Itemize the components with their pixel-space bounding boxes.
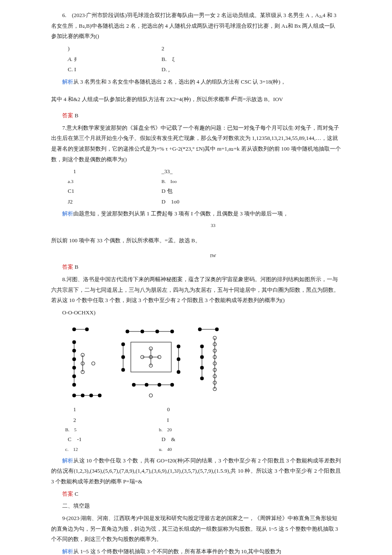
q8-answer: 答案 C [51, 489, 341, 500]
daan-label: 答案 [62, 112, 73, 119]
q7-frac-bot: IW [85, 251, 341, 260]
q7-jiexi2: 所以前 100 项中有 33 个偶数，所以所求概率。=孟。故选 B。 [51, 235, 341, 246]
q6-opt-a: A. § [68, 54, 161, 65]
q7-opt-c: C1 [68, 186, 161, 197]
daan-label: 答案 [62, 264, 73, 270]
q8-figure [68, 321, 341, 402]
q7-opt-d-u: D 包 [161, 186, 173, 197]
q7-opt-d-l: D 1o0 [161, 197, 179, 207]
q6-text: 6. (2023·广州市阶段训练)羽毛球混合双打比赛每队由一男一女 2 名运动员… [51, 10, 341, 42]
q8-options-row5: c. 12 u. 40 [65, 445, 341, 454]
q6-opt-b: B. ξ [161, 54, 175, 65]
svg-point-46 [149, 394, 153, 397]
q9-jiexi: 解析从 1~5 这 5 个终数中随机抽取 3 个不同的数，所有基本事件的个数为 … [51, 546, 341, 555]
q6-options-row3: C. I D. , [68, 64, 341, 75]
hetu-luoshu-diagram [68, 321, 225, 402]
jiexi-label: 解析 [62, 78, 73, 85]
q7-frac-top: 33 [85, 221, 341, 230]
q6-jiexi2: 其中 4 和&2 人组成一队参加比赛的组队方法有 2X2=4(种)，所以所求概率… [51, 93, 341, 105]
q9-text: 9·(2023·湖南、河南、江西联考)中国是发现和研究勾股定理最古老的国家之一，… [51, 513, 341, 545]
q8-b-ll: b. 20 [159, 425, 172, 434]
q8-options-row4: C -1 D & [68, 434, 341, 445]
jiexi-label: 解析 [62, 548, 73, 555]
q6-opt-c: C. I [68, 64, 161, 75]
q8-d-u: D & [161, 434, 176, 445]
q6-jiexi: 解析从 3 名男生和 3 名女生中各随机选出 2 名，选出的 4 人的组队方法有… [51, 77, 341, 87]
q6-opt-b-top: 2 [161, 44, 164, 54]
q6-opt-a-top: ) [68, 44, 161, 54]
daan-label: 答案 [62, 491, 73, 497]
q8-options-row1: 1 0 [68, 404, 341, 415]
jiexi-label: 解析 [62, 210, 73, 217]
jiexi-label: 解析 [62, 457, 73, 464]
q6-opt-d: D. , [161, 64, 170, 75]
q8-c-u: C -1 [68, 434, 161, 445]
q8-b-l: I [161, 415, 169, 426]
q6-options-row2: A. § B. ξ [68, 54, 341, 65]
q8-b-u: 0 [161, 404, 170, 415]
q8-fig-label: O-O-OCHXX) [51, 308, 341, 318]
q8-d-l: u. 40 [159, 445, 172, 454]
q8-c-l: c. 12 [65, 445, 159, 454]
svg-point-14 [92, 362, 95, 365]
q8-text: 8.河图、洛书是中国古代流传下来的两幅神秘图案，蕴含了深奥的宇宙星象密码。河图的… [51, 274, 341, 306]
q7-options-row3: C1 D 包 [68, 186, 341, 197]
q8-jiexi: 解析从这 10 个数中任取 3 个数，共有 GO=I20(种)不同的结果，3 个… [51, 456, 341, 487]
q6-sup: 42 [232, 95, 236, 100]
q8-a-ll: B. 5 [65, 425, 159, 434]
section-2-title: 二、填空题 [51, 501, 341, 511]
q7-opt-a-u: 1 [68, 166, 161, 177]
q7-text: 7.意大利数学家斐波那契的《算盘全书》中记载了一个有趣的问题：已知一对兔子每个月… [51, 123, 341, 165]
q7-options-row1: 1 _33_ [68, 166, 341, 177]
q6-options-row1: ) 2 [68, 44, 341, 54]
q8-options-row3: B. 5 b. 20 [65, 425, 341, 434]
q7-options-row4: J2 D 1o0 [68, 197, 341, 207]
q6-answer: 答案 B [51, 110, 341, 121]
q7-answer: 答案 B [51, 262, 341, 273]
q7-opt-b-l: B. Ioo [161, 177, 177, 186]
q8-a-l: 2 [68, 415, 161, 426]
q7-jiexi: 解析由题意知，斐波那契数列从第 1 工费起每 3 项有 I 个偶数，且偶数是 3… [51, 209, 341, 219]
q7-options-row2: a.3 B. Ioo [68, 177, 341, 186]
q7-opt-a-l: a.3 [68, 177, 161, 186]
q7-opt-c2: J2 [68, 197, 161, 207]
q8-options-row2: 2 I [68, 415, 341, 426]
q7-opt-b-u: _33_ [161, 166, 173, 177]
q8-a-u: 1 [68, 404, 161, 415]
